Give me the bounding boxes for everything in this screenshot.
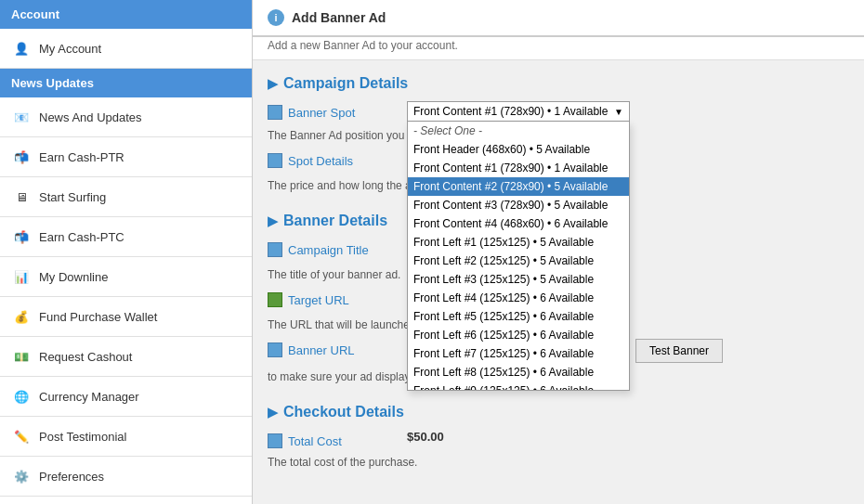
dropdown-item-fl5[interactable]: Front Left #5 (125x125) • 6 Available xyxy=(408,307,629,326)
dropdown-item-fl9[interactable]: Front Left #9 (125x125) • 6 Available xyxy=(408,381,629,391)
account-section-header: Account xyxy=(0,0,252,29)
spot-details-label-container: Spot Details xyxy=(268,149,407,168)
spot-details-label: Spot Details xyxy=(288,154,353,168)
page-title: Add Banner Ad xyxy=(292,10,386,25)
sidebar-item-preferences[interactable]: ⚙️ Preferences xyxy=(0,457,252,497)
prefs-icon: ⚙️ xyxy=(11,466,32,486)
sidebar-item-label: News And Updates xyxy=(39,110,142,124)
sidebar-item-my-account[interactable]: 👤 My Account xyxy=(0,29,252,69)
cashout-icon: 💵 xyxy=(11,346,32,367)
banner-url-icon xyxy=(268,342,282,357)
main-content: i Add Banner Ad Add a new Banner Ad to y… xyxy=(253,0,864,504)
sidebar-item-fund-purchase-wallet[interactable]: 💰 Fund Purchase Wallet xyxy=(0,297,252,337)
dropdown-arrow-icon: ▼ xyxy=(614,107,623,117)
dropdown-item-fc2[interactable]: Front Content #2 (728x90) • 5 Available xyxy=(408,177,629,196)
checkout-details-section: ▶ Checkout Details Total Cost $50.00 The… xyxy=(253,404,864,485)
campaign-arrow-icon: ▶ xyxy=(268,76,278,91)
test-banner-button[interactable]: Test Banner xyxy=(635,339,723,363)
banner-spot-selected-value: Front Content #1 (728x90) • 1 Available xyxy=(413,105,610,118)
downline-icon: 📊 xyxy=(11,266,32,287)
fund-icon: 💰 xyxy=(11,306,32,327)
target-url-icon xyxy=(268,292,282,307)
sidebar-item-label: Currency Manager xyxy=(39,390,139,404)
dropdown-item-fc4[interactable]: Front Content #4 (468x60) • 6 Available xyxy=(408,214,629,233)
sidebar-item-earn-cash-ptr[interactable]: 📬 Earn Cash-PTR xyxy=(0,137,252,177)
banner-spot-icon xyxy=(268,105,282,120)
banner-spot-label-container: Banner Spot xyxy=(268,101,407,120)
news-icon: 📧 xyxy=(11,107,32,127)
news-header-label: News Updates xyxy=(11,76,94,90)
account-header-label: Account xyxy=(11,7,59,21)
campaign-title-label: Campaign Title xyxy=(288,243,369,257)
total-cost-value: $50.00 xyxy=(407,430,444,444)
dropdown-item-fc3[interactable]: Front Content #3 (728x90) • 5 Available xyxy=(408,196,629,214)
header-icon: i xyxy=(268,9,284,26)
sidebar-item-label: Preferences xyxy=(39,470,104,484)
dropdown-item-fl1[interactable]: Front Left #1 (125x125) • 5 Available xyxy=(408,233,629,252)
dropdown-item-fl4[interactable]: Front Left #4 (125x125) • 6 Available xyxy=(408,289,629,307)
sidebar-item-earn-cash-ptc[interactable]: 📬 Earn Cash-PTC xyxy=(0,217,252,257)
total-cost-label: Total Cost xyxy=(288,434,342,448)
sidebar-item-request-cashout[interactable]: 💵 Request Cashout xyxy=(0,337,252,377)
campaign-title-icon xyxy=(268,242,282,257)
currency-icon: 🌐 xyxy=(11,386,32,407)
sidebar-item-label: Earn Cash-PTC xyxy=(39,230,124,244)
testimonial-icon: ✏️ xyxy=(11,426,32,446)
dropdown-scroll-area[interactable]: - Select One - Front Header (468x60) • 5… xyxy=(408,122,629,391)
news-section-header: News Updates xyxy=(0,69,252,97)
banner-spot-row: Banner Spot Front Content #1 (728x90) • … xyxy=(268,101,849,122)
spot-details-icon xyxy=(268,153,282,168)
total-cost-row: Total Cost $50.00 xyxy=(268,430,849,448)
total-cost-desc: The total cost of the purchase. xyxy=(268,456,849,469)
banner-details-arrow-icon: ▶ xyxy=(268,213,278,228)
dropdown-item-fl2[interactable]: Front Left #2 (125x125) • 5 Available xyxy=(408,252,629,270)
dropdown-item-fc1[interactable]: Front Content #1 (728x90) • 1 Available xyxy=(408,159,629,177)
sidebar-item-my-downline[interactable]: 📊 My Downline xyxy=(0,257,252,297)
sidebar-item-start-surfing[interactable]: 🖥 Start Surfing xyxy=(0,177,252,217)
sidebar-item-news-updates[interactable]: 📧 News And Updates xyxy=(0,97,252,137)
sidebar-item-label: Earn Cash-PTR xyxy=(39,150,124,164)
person-icon: 👤 xyxy=(11,38,32,58)
total-cost-label-container: Total Cost xyxy=(268,430,407,448)
dropdown-item-fh468[interactable]: Front Header (468x60) • 5 Available xyxy=(408,140,629,159)
checkout-section-title: ▶ Checkout Details xyxy=(268,404,849,420)
campaign-details-section: ▶ Campaign Details Banner Spot Front Con… xyxy=(253,60,864,209)
target-url-label: Target URL xyxy=(288,293,349,307)
sidebar-item-label: Request Cashout xyxy=(39,350,132,364)
sidebar-item-currency-manager[interactable]: 🌐 Currency Manager xyxy=(0,377,252,417)
earn-ptr-icon: 📬 xyxy=(11,147,32,167)
surf-icon: 🖥 xyxy=(11,187,32,207)
sidebar-item-label: Fund Purchase Wallet xyxy=(39,310,157,324)
page-subtitle: Add a new Banner Ad to your account. xyxy=(253,37,864,60)
banner-spot-label: Banner Spot xyxy=(288,106,355,120)
dropdown-item-fl7[interactable]: Front Left #7 (125x125) • 6 Available xyxy=(408,344,629,363)
campaign-section-title: ▶ Campaign Details xyxy=(268,75,849,92)
sidebar-item-logout[interactable]: 🚪 Logout xyxy=(0,497,252,504)
dropdown-item-select-one[interactable]: - Select One - xyxy=(408,122,629,140)
banner-spot-dropdown-list: - Select One - Front Header (468x60) • 5… xyxy=(407,122,630,391)
sidebar: Account 👤 My Account News Updates 📧 News… xyxy=(0,0,253,504)
banner-spot-select[interactable]: Front Content #1 (728x90) • 1 Available … xyxy=(407,101,630,122)
sidebar-item-post-testimonial[interactable]: ✏️ Post Testimonial xyxy=(0,417,252,457)
dropdown-item-fl6[interactable]: Front Left #6 (125x125) • 6 Available xyxy=(408,326,629,344)
checkout-arrow-icon: ▶ xyxy=(268,405,278,420)
banner-url-label: Banner URL xyxy=(288,343,355,357)
page-header: i Add Banner Ad xyxy=(253,0,864,37)
sidebar-item-label: My Downline xyxy=(39,270,108,284)
dropdown-item-fl3[interactable]: Front Left #3 (125x125) • 5 Available xyxy=(408,270,629,289)
banner-url-label-container: Banner URL xyxy=(268,339,407,357)
dropdown-container: Front Content #1 (728x90) • 1 Available … xyxy=(407,101,630,122)
dropdown-item-fl8[interactable]: Front Left #8 (125x125) • 6 Available xyxy=(408,363,629,381)
sidebar-item-label: My Account xyxy=(39,42,101,56)
total-cost-icon xyxy=(268,433,282,448)
target-url-label-container: Target URL xyxy=(268,289,407,307)
sidebar-item-label: Post Testimonial xyxy=(39,430,126,444)
earn-ptc-icon: 📬 xyxy=(11,226,32,247)
campaign-title-label-container: Campaign Title xyxy=(268,239,407,257)
sidebar-item-label: Start Surfing xyxy=(39,190,106,204)
